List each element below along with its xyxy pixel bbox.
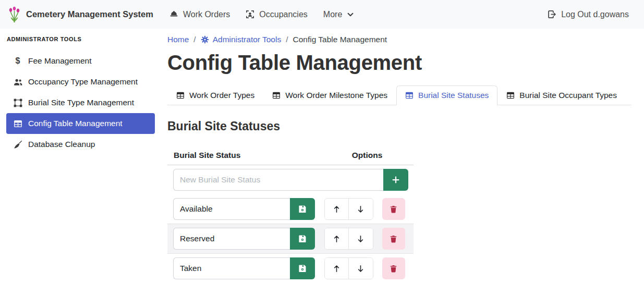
top-navbar: Cemetery Management System Work Orders	[0, 0, 644, 29]
table-header-row: Burial Site Status Options	[167, 146, 414, 165]
breadcrumb-home-link[interactable]: Home	[167, 35, 189, 44]
breadcrumb-separator: /	[193, 35, 196, 44]
tab-bar: Work Order Types Work Order Milestone Ty…	[167, 85, 631, 105]
tab-label: Work Order Types	[189, 91, 254, 100]
nav-item-more[interactable]: More	[315, 6, 362, 23]
sidebar-item-config-table-management[interactable]: Config Table Management	[6, 113, 155, 134]
sidebar-item-label: Config Table Management	[28, 119, 123, 128]
breadcrumb-current: Config Table Management	[293, 35, 387, 44]
nav-item-label: Work Orders	[183, 10, 230, 19]
bounding-box-icon	[13, 98, 22, 107]
nav-item-work-orders[interactable]: Work Orders	[162, 6, 238, 23]
save-status-button[interactable]	[290, 228, 315, 250]
status-name-input[interactable]	[173, 257, 290, 279]
main-content: Home /	[162, 29, 644, 308]
status-name-input[interactable]	[173, 228, 290, 250]
tab-label: Work Order Milestone Types	[285, 91, 387, 100]
table-icon	[506, 91, 515, 100]
trash-icon	[390, 235, 397, 243]
save-icon	[298, 264, 307, 273]
sidebar-item-label: Occupancy Type Management	[28, 77, 138, 87]
tab-label: Burial Site Occupant Types	[519, 91, 617, 100]
status-row-available	[167, 194, 414, 224]
navbar-right: Log Out d.gowans	[540, 6, 637, 23]
burial-site-status-table: Burial Site Status Options	[167, 146, 414, 283]
logout-label: Log Out d.gowans	[561, 10, 629, 19]
trash-icon	[390, 265, 397, 273]
new-status-input[interactable]	[173, 169, 383, 191]
broom-icon	[13, 140, 22, 149]
hard-hat-icon	[169, 10, 178, 19]
column-header-options: Options	[321, 151, 414, 160]
new-status-row	[167, 165, 414, 194]
arrow-down-icon	[356, 205, 365, 214]
reorder-button-group	[324, 228, 373, 250]
sidebar-item-label: Database Cleanup	[28, 140, 95, 149]
tab-work-order-types[interactable]: Work Order Types	[167, 85, 263, 105]
reorder-button-group	[324, 198, 373, 220]
move-up-button[interactable]	[325, 199, 349, 219]
delete-status-button[interactable]	[382, 257, 405, 279]
save-status-button[interactable]	[290, 198, 315, 220]
table-icon	[176, 91, 185, 100]
tab-label: Burial Site Statuses	[418, 91, 489, 100]
move-up-button[interactable]	[325, 228, 349, 249]
save-icon	[298, 205, 307, 213]
sidebar: ADMINISTRATOR TOOLS $ Fee Management Occ…	[0, 29, 162, 308]
section-title: Burial Site Statuses	[167, 119, 631, 133]
sidebar-item-label: Fee Management	[28, 56, 92, 66]
column-header-status: Burial Site Status	[167, 151, 321, 160]
arrow-up-icon	[332, 264, 341, 273]
breadcrumb: Home /	[167, 35, 631, 44]
gear-icon	[201, 35, 209, 44]
nav-item-label: More	[323, 10, 342, 19]
nav-item-occupancies[interactable]: Occupancies	[238, 6, 315, 23]
dollar-icon: $	[13, 56, 22, 66]
table-icon	[272, 91, 281, 100]
add-status-button[interactable]	[383, 169, 408, 191]
table-icon	[13, 119, 22, 128]
sidebar-item-database-cleanup[interactable]: Database Cleanup	[6, 134, 155, 155]
sidebar-item-fee-management[interactable]: $ Fee Management	[6, 51, 155, 71]
sidebar-heading: ADMINISTRATOR TOOLS	[7, 36, 155, 42]
logout-button[interactable]: Log Out d.gowans	[540, 6, 637, 23]
breadcrumb-separator: /	[286, 35, 288, 44]
arrow-down-icon	[356, 235, 365, 243]
table-icon	[405, 91, 414, 100]
page-title: Config Table Management	[167, 51, 631, 75]
delete-status-button[interactable]	[382, 228, 405, 250]
nav-links: Work Orders Occupancies More	[162, 6, 362, 23]
tulip-logo-icon	[7, 6, 21, 23]
move-down-button[interactable]	[349, 228, 373, 249]
move-down-button[interactable]	[349, 258, 373, 279]
save-icon	[298, 235, 307, 243]
delete-status-button[interactable]	[382, 198, 405, 220]
tab-burial-site-statuses[interactable]: Burial Site Statuses	[396, 85, 497, 105]
arrow-up-icon	[332, 235, 341, 243]
chevron-down-icon	[347, 11, 354, 18]
tab-burial-site-occupant-types[interactable]: Burial Site Occupant Types	[497, 85, 626, 105]
sidebar-item-occupancy-type-management[interactable]: Occupancy Type Management	[6, 71, 155, 92]
person-bounding-box-icon	[246, 10, 254, 19]
brand[interactable]: Cemetery Management System	[7, 6, 153, 23]
nav-item-label: Occupancies	[259, 10, 308, 19]
arrow-down-icon	[356, 264, 365, 273]
save-status-button[interactable]	[290, 257, 315, 279]
move-down-button[interactable]	[349, 199, 373, 219]
status-row-taken	[167, 254, 414, 283]
plus-icon	[391, 175, 400, 184]
breadcrumb-admin-tools-link[interactable]: Administrator Tools	[201, 35, 282, 44]
tab-work-order-milestone-types[interactable]: Work Order Milestone Types	[263, 85, 396, 105]
trash-icon	[390, 205, 397, 213]
move-up-button[interactable]	[325, 258, 349, 279]
sidebar-item-label: Burial Site Type Management	[28, 98, 134, 107]
box-arrow-right-icon	[548, 10, 556, 19]
brand-title: Cemetery Management System	[26, 9, 153, 19]
arrow-up-icon	[332, 205, 341, 214]
status-name-input[interactable]	[173, 198, 290, 220]
status-row-reserved	[167, 224, 414, 254]
sidebar-item-burial-site-type-management[interactable]: Burial Site Type Management	[6, 92, 155, 113]
reorder-button-group	[324, 257, 373, 279]
people-icon	[13, 78, 22, 87]
